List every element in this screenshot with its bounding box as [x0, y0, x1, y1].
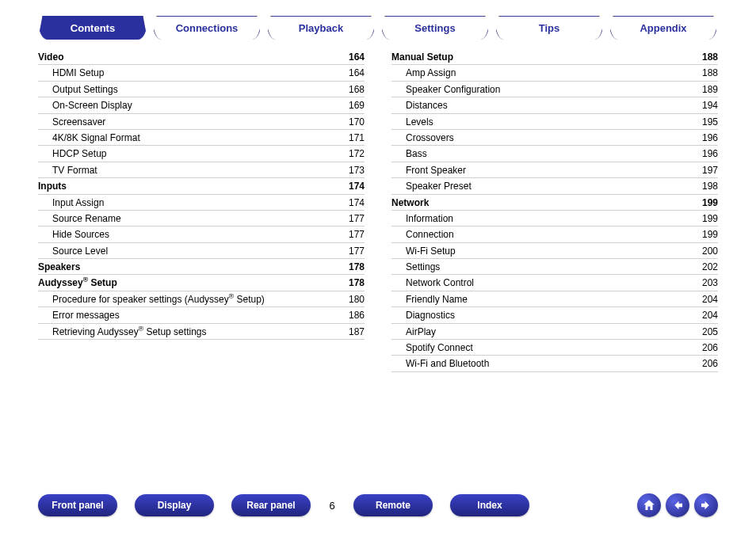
toc-row[interactable]: Speaker Preset198 — [391, 178, 718, 194]
toc-row-label: Speaker Preset — [391, 181, 694, 192]
toc-row-label: Spotify Connect — [391, 342, 694, 353]
toc-row-page: 205 — [694, 326, 718, 337]
tab-contents[interactable]: Contents — [38, 16, 147, 40]
toc-row[interactable]: Input Assign174 — [38, 195, 365, 211]
toc-row[interactable]: Video164 — [38, 49, 365, 65]
toc-row-label: Crossovers — [391, 132, 694, 143]
toc-row-label: Audyssey® Setup — [38, 277, 341, 288]
toc-row-label: AirPlay — [391, 326, 694, 337]
toc-row[interactable]: Screensaver170 — [38, 114, 365, 130]
toc-row-page: 174 — [341, 197, 365, 208]
toc-row[interactable]: Bass196 — [391, 146, 718, 162]
toc-row[interactable]: Wi-Fi Setup200 — [391, 243, 718, 259]
toc-row[interactable]: Settings202 — [391, 259, 718, 275]
toc-row-label: Retrieving Audyssey® Setup settings — [38, 326, 341, 337]
toc-row[interactable]: Friendly Name204 — [391, 291, 718, 307]
toc-row[interactable]: Front Speaker197 — [391, 162, 718, 178]
toc-row[interactable]: Amp Assign188 — [391, 65, 718, 81]
toc-row[interactable]: Manual Setup188 — [391, 49, 718, 65]
toc-row[interactable]: Retrieving Audyssey® Setup settings187 — [38, 324, 365, 340]
toc-row[interactable]: Network199 — [391, 195, 718, 211]
toc-row[interactable]: Speaker Configuration189 — [391, 82, 718, 97]
toc-row[interactable]: AirPlay205 — [391, 324, 718, 340]
toc-row[interactable]: Hide Sources177 — [38, 227, 365, 242]
toc-row-page: 188 — [694, 67, 718, 78]
toc-row-label: Hide Sources — [38, 229, 341, 240]
toc-row[interactable]: Crossovers196 — [391, 130, 718, 146]
tab-playback[interactable]: Playback — [266, 16, 376, 40]
toc-row-page: 195 — [694, 116, 718, 128]
toc-row-page: 204 — [694, 294, 718, 305]
toc-row-label: Levels — [391, 116, 694, 128]
toc-row[interactable]: On-Screen Display169 — [38, 97, 365, 113]
toc-row[interactable]: Distances194 — [391, 97, 718, 113]
front-panel-button[interactable]: Front panel — [38, 494, 117, 516]
toc-column-right: Manual Setup188Amp Assign188Speaker Conf… — [391, 49, 718, 372]
toc-row-label: Output Settings — [38, 84, 341, 95]
toc-row-label: Input Assign — [38, 197, 341, 208]
toc-row[interactable]: Error messages186 — [38, 307, 365, 323]
tab-settings[interactable]: Settings — [380, 16, 490, 40]
toc-row-page: 206 — [694, 358, 718, 369]
toc-row-label: Network — [391, 197, 694, 208]
toc-row-page: 171 — [341, 132, 365, 143]
toc-row-label: Screensaver — [38, 116, 341, 128]
toc-row-page: 173 — [341, 165, 365, 176]
toc-row[interactable]: Inputs174 — [38, 178, 365, 194]
top-tabs: Contents Connections Playback Settings T… — [38, 16, 718, 40]
toc-row-page: 196 — [694, 148, 718, 159]
toc-row[interactable]: Levels195 — [391, 114, 718, 130]
toc-row[interactable]: Audyssey® Setup178 — [38, 275, 365, 291]
toc-row-label: HDCP Setup — [38, 148, 341, 159]
toc-row[interactable]: Procedure for speaker settings (Audyssey… — [38, 291, 365, 307]
toc-row-page: 178 — [341, 277, 365, 288]
toc-row[interactable]: Output Settings168 — [38, 82, 365, 97]
toc-row-page: 177 — [341, 213, 365, 224]
toc-row[interactable]: Network Control203 — [391, 275, 718, 291]
tab-tips[interactable]: Tips — [494, 16, 604, 40]
display-button[interactable]: Display — [135, 494, 214, 516]
toc-row[interactable]: Source Rename177 — [38, 211, 365, 227]
toc-row-page: 199 — [694, 229, 718, 240]
toc-row-page: 170 — [341, 116, 365, 128]
toc-columns: Video164HDMI Setup164Output Settings168O… — [38, 49, 718, 372]
tab-appendix[interactable]: Appendix — [609, 16, 718, 40]
toc-row-label: Network Control — [391, 277, 694, 288]
tab-connections[interactable]: Connections — [152, 16, 262, 40]
toc-row[interactable]: Wi-Fi and Bluetooth206 — [391, 356, 718, 371]
toc-row[interactable]: Diagnostics204 — [391, 307, 718, 323]
toc-row-page: 168 — [341, 84, 365, 95]
toc-row-label: Speaker Configuration — [391, 84, 694, 95]
prev-page-icon[interactable] — [666, 493, 689, 517]
index-button[interactable]: Index — [450, 494, 529, 516]
toc-row-label: Error messages — [38, 310, 341, 321]
toc-row-page: 204 — [694, 310, 718, 321]
rear-panel-button[interactable]: Rear panel — [231, 494, 311, 516]
toc-row[interactable]: Connection199 — [391, 227, 718, 242]
toc-row-page: 200 — [694, 246, 718, 257]
toc-row-label: 4K/8K Signal Format — [38, 132, 341, 143]
toc-row[interactable]: Speakers178 — [38, 259, 365, 275]
toc-row[interactable]: HDCP Setup172 — [38, 146, 365, 162]
remote-button[interactable]: Remote — [353, 494, 433, 516]
toc-row-page: 174 — [341, 181, 365, 192]
toc-row-page: 203 — [694, 277, 718, 288]
toc-row-label: Wi-Fi and Bluetooth — [391, 358, 694, 369]
toc-row[interactable]: TV Format173 — [38, 162, 365, 178]
toc-row-label: Source Rename — [38, 213, 341, 224]
bottom-bar: Front panel Display Rear panel 6 Remote … — [38, 493, 718, 517]
toc-row-label: On-Screen Display — [38, 100, 341, 111]
toc-row-page: 177 — [341, 229, 365, 240]
toc-row[interactable]: 4K/8K Signal Format171 — [38, 130, 365, 146]
home-icon[interactable] — [637, 493, 661, 517]
toc-row[interactable]: HDMI Setup164 — [38, 65, 365, 81]
toc-row[interactable]: Source Level177 — [38, 243, 365, 259]
toc-row[interactable]: Information199 — [391, 211, 718, 227]
toc-row[interactable]: Spotify Connect206 — [391, 340, 718, 356]
toc-row-label: Inputs — [38, 181, 341, 192]
toc-row-page: 199 — [694, 213, 718, 224]
toc-row-label: Bass — [391, 148, 694, 159]
next-page-icon[interactable] — [694, 493, 718, 517]
page-number: 6 — [311, 500, 353, 512]
toc-row-label: Settings — [391, 261, 694, 272]
